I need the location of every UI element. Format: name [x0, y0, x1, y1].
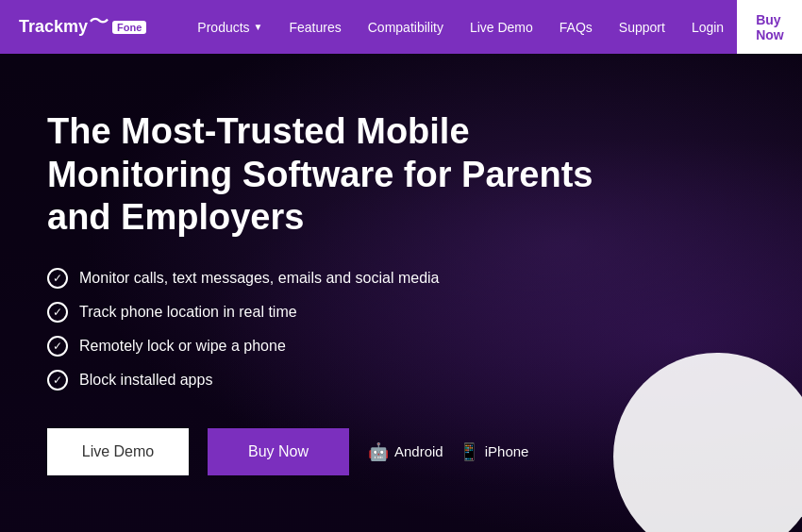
check-icon-3: ✓	[47, 336, 68, 357]
nav-buy-now-button[interactable]: Buy Now	[737, 0, 802, 54]
hero-section: The Most-Trusted Mobile Monitoring Softw…	[0, 54, 802, 532]
buy-now-button[interactable]: Buy Now	[208, 428, 349, 475]
nav-live-demo[interactable]: Live Demo	[457, 0, 546, 54]
hero-title: The Most-Trusted Mobile Monitoring Softw…	[47, 110, 613, 240]
nav-products[interactable]: Products ▼	[184, 0, 276, 54]
feature-item-2: ✓ Track phone location in real time	[47, 302, 755, 323]
feature-item-1: ✓ Monitor calls, text messages, emails a…	[47, 268, 755, 289]
logo-text: Trackmy	[19, 17, 88, 37]
nav-links: Products ▼ Features Compatibility Live D…	[184, 0, 737, 54]
iphone-platform: 📱 iPhone	[459, 441, 529, 462]
hero-content: The Most-Trusted Mobile Monitoring Softw…	[47, 110, 755, 475]
check-icon-2: ✓	[47, 302, 68, 323]
cta-row: Live Demo Buy Now 🤖 Android 📱 iPhone	[47, 428, 755, 475]
android-platform: 🤖 Android	[368, 441, 443, 462]
check-icon-1: ✓	[47, 268, 68, 289]
platform-row: 🤖 Android 📱 iPhone	[368, 441, 528, 462]
products-dropdown-icon: ▼	[254, 22, 263, 32]
nav-login[interactable]: Login	[678, 0, 737, 54]
logo[interactable]: Trackmy 〜 Fone	[19, 13, 146, 42]
features-list: ✓ Monitor calls, text messages, emails a…	[47, 268, 755, 391]
navbar: Trackmy 〜 Fone Products ▼ Features Compa…	[0, 0, 802, 54]
feature-item-4: ✓ Block installed apps	[47, 370, 755, 391]
feature-item-3: ✓ Remotely lock or wipe a phone	[47, 336, 755, 357]
nav-faqs[interactable]: FAQs	[546, 0, 606, 54]
wifi-icon: 〜	[89, 8, 109, 36]
nav-features[interactable]: Features	[276, 0, 355, 54]
nav-compatibility[interactable]: Compatibility	[355, 0, 457, 54]
logo-badge: Fone	[112, 21, 146, 34]
nav-support[interactable]: Support	[606, 0, 678, 54]
check-icon-4: ✓	[47, 370, 68, 391]
android-icon: 🤖	[368, 441, 389, 462]
iphone-icon: 📱	[459, 441, 479, 462]
live-demo-button[interactable]: Live Demo	[47, 428, 189, 475]
